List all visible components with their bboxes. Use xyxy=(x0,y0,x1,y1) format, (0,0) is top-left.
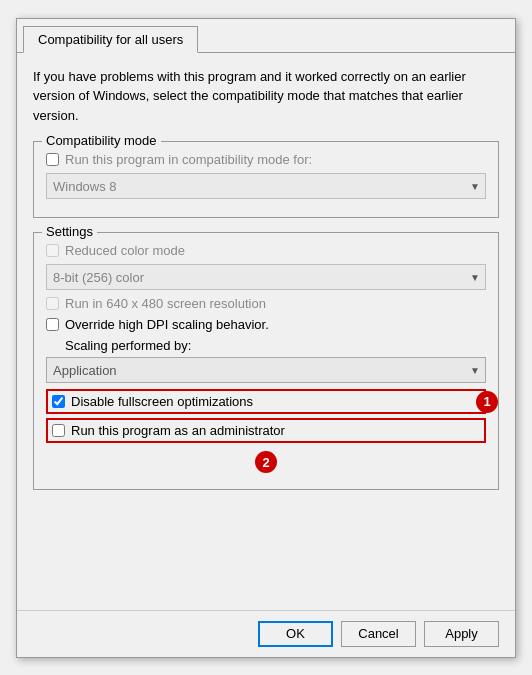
compat-mode-group: Compatibility mode Run this program in c… xyxy=(33,141,499,218)
dpi-select[interactable]: Application xyxy=(46,357,486,383)
fullscreen-checkbox[interactable] xyxy=(52,395,65,408)
description-text: If you have problems with this program a… xyxy=(33,67,499,126)
reduced-color-label: Reduced color mode xyxy=(65,243,185,258)
badge2-area: 2 xyxy=(46,447,486,477)
compat-mode-checkbox-row: Run this program in compatibility mode f… xyxy=(46,152,486,167)
annotation-badge-1: 1 xyxy=(476,391,498,413)
compat-mode-checkbox[interactable] xyxy=(46,153,59,166)
admin-row: Run this program as an administrator xyxy=(46,418,486,443)
apply-button[interactable]: Apply xyxy=(424,621,499,647)
dpi-label: Override high DPI scaling behavior. xyxy=(65,317,269,332)
fullscreen-annotation-container: Disable fullscreen optimizations 1 xyxy=(46,389,486,414)
compat-mode-checkbox-label: Run this program in compatibility mode f… xyxy=(65,152,312,167)
admin-checkbox[interactable] xyxy=(52,424,65,437)
dpi-label2: Scaling performed by: xyxy=(65,338,191,353)
dpi-checkbox[interactable] xyxy=(46,318,59,331)
compat-select-wrapper: Windows 8 ▼ xyxy=(46,173,486,199)
compat-mode-label: Compatibility mode xyxy=(42,133,161,148)
settings-label: Settings xyxy=(42,224,97,239)
dialog-content: If you have problems with this program a… xyxy=(17,53,515,610)
admin-label: Run this program as an administrator xyxy=(71,423,285,438)
640x480-row: Run in 640 x 480 screen resolution xyxy=(46,296,486,311)
640x480-checkbox[interactable] xyxy=(46,297,59,310)
dpi-row: Override high DPI scaling behavior. xyxy=(46,317,486,332)
reduced-color-checkbox[interactable] xyxy=(46,244,59,257)
color-select-wrapper: 8-bit (256) color ▼ xyxy=(46,264,486,290)
fullscreen-row: Disable fullscreen optimizations xyxy=(46,389,486,414)
reduced-color-row: Reduced color mode xyxy=(46,243,486,258)
dialog: Compatibility for all users If you have … xyxy=(16,18,516,658)
ok-button[interactable]: OK xyxy=(258,621,333,647)
annotation-badge-2: 2 xyxy=(255,451,277,473)
compat-select[interactable]: Windows 8 xyxy=(46,173,486,199)
button-bar: OK Cancel Apply xyxy=(17,610,515,657)
settings-group: Settings Reduced color mode 8-bit (256) … xyxy=(33,232,499,490)
dpi-select-wrapper: Application ▼ xyxy=(46,357,486,383)
640x480-label: Run in 640 x 480 screen resolution xyxy=(65,296,266,311)
admin-annotation-container: Run this program as an administrator xyxy=(46,418,486,443)
tab-bar: Compatibility for all users xyxy=(17,19,515,53)
cancel-button[interactable]: Cancel xyxy=(341,621,416,647)
tab-compatibility-all-users[interactable]: Compatibility for all users xyxy=(23,26,198,53)
fullscreen-label: Disable fullscreen optimizations xyxy=(71,394,253,409)
color-depth-select[interactable]: 8-bit (256) color xyxy=(46,264,486,290)
